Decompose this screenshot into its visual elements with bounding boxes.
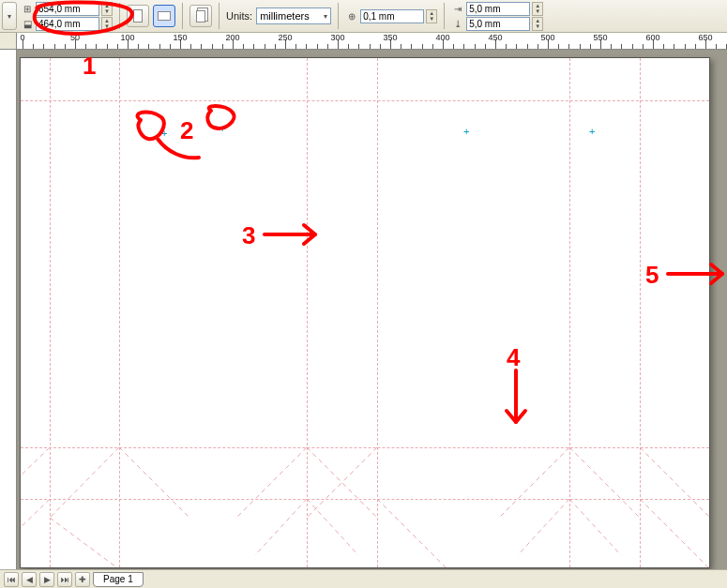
nudge-input[interactable]: 0,1 mm (360, 9, 424, 23)
page-height-input[interactable]: 464,0 mm (36, 17, 99, 31)
status-bar: ⏮ ◀ ▶ ⏭ ✚ Page 1 (0, 569, 727, 588)
chevron-down-icon: ▾ (324, 12, 327, 21)
toolbar-separator (119, 3, 120, 29)
page-tab[interactable]: Page 1 (93, 572, 144, 587)
dup-y-icon: ⤓ (451, 19, 464, 29)
property-toolbar: ▾ ⊞ 654,0 mm ▲▼ ⬓ 464,0 mm ▲▼ Units: mil… (0, 0, 727, 33)
dieline-shapes (21, 58, 710, 568)
page-width-input[interactable]: 654,0 mm (36, 2, 99, 16)
units-label: Units: (226, 10, 252, 22)
canvas-area[interactable] (17, 50, 727, 569)
facing-pages-button[interactable] (189, 5, 212, 27)
vertical-ruler[interactable] (0, 50, 17, 569)
dup-x-input[interactable]: 5,0 mm (466, 2, 530, 16)
nudge-spinner[interactable]: ▲▼ (426, 9, 437, 23)
prev-page-button[interactable]: ◀ (22, 572, 37, 587)
guideline-vertical[interactable] (307, 58, 308, 567)
guideline-vertical[interactable] (569, 58, 570, 567)
guideline-horizontal[interactable] (21, 100, 709, 101)
height-icon: ⬓ (21, 19, 34, 29)
units-value: millimeters (260, 10, 310, 22)
portrait-button[interactable] (127, 5, 149, 27)
guideline-vertical[interactable] (377, 58, 378, 567)
units-dropdown[interactable]: millimeters ▾ (256, 8, 331, 24)
guideline-vertical[interactable] (119, 58, 120, 567)
guideline-vertical[interactable] (50, 58, 51, 567)
ruler-origin[interactable] (0, 33, 17, 50)
page[interactable] (20, 57, 710, 568)
registration-mark[interactable] (463, 128, 471, 135)
dup-x-icon: ⇥ (451, 4, 464, 14)
registration-mark[interactable] (589, 128, 597, 135)
guideline-horizontal[interactable] (21, 447, 709, 448)
dup-y-spinner[interactable]: ▲▼ (532, 17, 543, 31)
add-page-button[interactable]: ✚ (75, 572, 90, 587)
page-size-group: ⊞ 654,0 mm ▲▼ ⬓ 464,0 mm ▲▼ (21, 2, 113, 31)
width-icon: ⊞ (21, 4, 34, 14)
toolbar-separator (182, 3, 183, 29)
page-width-spinner[interactable]: ▲▼ (101, 2, 113, 16)
last-page-button[interactable]: ⏭ (57, 572, 72, 587)
nudge-icon: ⊕ (345, 11, 358, 22)
toolbar-separator (219, 3, 220, 29)
landscape-button[interactable] (153, 5, 175, 27)
nudge-group: ⊕ 0,1 mm ▲▼ (345, 9, 437, 23)
registration-mark[interactable] (161, 129, 169, 137)
guideline-horizontal[interactable] (21, 499, 709, 500)
workspace: 050100150200250300350400450500550600650 (0, 33, 727, 569)
next-page-button[interactable]: ▶ (39, 572, 54, 587)
horizontal-ruler[interactable]: 050100150200250300350400450500550600650 (17, 33, 727, 50)
duplicate-offset-group: ⇥ 5,0 mm ▲▼ ⤓ 5,0 mm ▲▼ (451, 2, 543, 31)
registration-mark[interactable] (220, 125, 227, 132)
preset-dropdown[interactable]: ▾ (2, 2, 17, 30)
page-height-spinner[interactable]: ▲▼ (101, 17, 113, 31)
toolbar-separator (338, 3, 339, 29)
first-page-button[interactable]: ⏮ (4, 572, 19, 587)
dup-x-spinner[interactable]: ▲▼ (532, 2, 543, 16)
toolbar-separator (444, 3, 445, 29)
dup-y-input[interactable]: 5,0 mm (466, 17, 530, 31)
guideline-vertical[interactable] (640, 58, 641, 567)
